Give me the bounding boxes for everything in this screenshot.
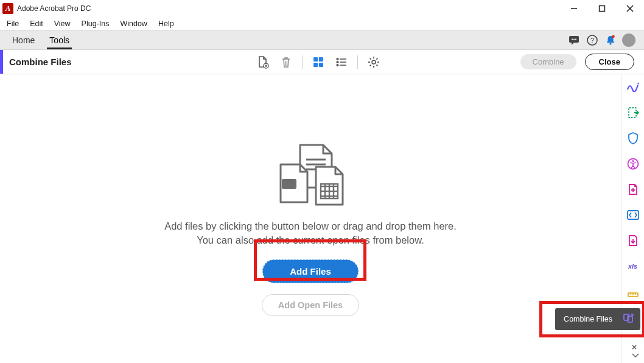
close-tool-button[interactable]: Close (585, 54, 634, 70)
add-file-icon[interactable] (256, 55, 270, 69)
rail-create-pdf-icon[interactable] (626, 183, 640, 196)
menu-window[interactable]: Window (114, 18, 152, 30)
svg-rect-56 (624, 314, 629, 320)
window-minimize-button[interactable] (560, 0, 588, 17)
svg-point-6 (572, 38, 573, 40)
rail-protect-icon[interactable] (626, 132, 640, 145)
app-logo: A (2, 3, 13, 14)
svg-rect-1 (600, 6, 605, 12)
svg-text:?: ? (590, 37, 594, 44)
svg-point-22 (337, 58, 338, 60)
rail-accessibility-icon[interactable] (626, 157, 640, 171)
rail-export-xls-icon[interactable]: xls (626, 259, 640, 273)
empty-message-line1: Add files by clicking the button below o… (0, 220, 621, 232)
svg-line-36 (376, 58, 377, 59)
divider (357, 55, 358, 69)
title-bar: A Adobe Acrobat Pro DC (0, 0, 644, 17)
combine-files-flyout[interactable]: Combine Files (555, 308, 640, 330)
svg-rect-57 (628, 316, 632, 322)
delete-icon[interactable] (279, 55, 293, 69)
thumbnail-view-icon[interactable] (311, 55, 326, 69)
nav-bar: Home Tools ? (0, 30, 644, 50)
svg-rect-40 (282, 179, 296, 189)
close-rail-icon[interactable] (632, 345, 639, 350)
svg-point-24 (337, 61, 338, 63)
svg-line-34 (376, 65, 377, 66)
notifications-icon[interactable] (601, 30, 620, 49)
svg-point-11 (609, 43, 611, 44)
help-icon[interactable]: ? (583, 30, 601, 49)
svg-point-26 (337, 64, 338, 66)
nav-home[interactable]: Home (5, 30, 42, 49)
rail-measure-icon[interactable] (626, 285, 640, 298)
svg-point-12 (612, 35, 615, 38)
avatar[interactable] (622, 33, 635, 47)
settings-icon[interactable] (366, 55, 381, 69)
tool-header: Combine Files (0, 50, 644, 74)
flyout-label: Combine Files (564, 315, 612, 323)
rail-export-pdf-icon[interactable] (626, 106, 640, 119)
menu-help[interactable]: Help (153, 18, 180, 30)
svg-rect-20 (313, 63, 318, 67)
svg-point-7 (573, 38, 575, 40)
add-open-files-button[interactable]: Add Open Files (262, 294, 359, 316)
svg-point-8 (575, 38, 576, 40)
combine-files-icon (623, 312, 634, 326)
window-maximize-button[interactable] (588, 0, 616, 17)
app-title: Adobe Acrobat Pro DC (17, 4, 91, 13)
empty-state: Add files by clicking the button below o… (0, 141, 621, 316)
tool-accent (0, 50, 3, 74)
tool-title: Combine Files (9, 57, 72, 67)
svg-rect-19 (319, 57, 323, 62)
menu-file[interactable]: File (1, 18, 24, 30)
menu-bar: File Edit View Plug-Ins Window Help (0, 17, 644, 30)
menu-plugins[interactable]: Plug-Ins (76, 18, 115, 30)
chat-icon[interactable] (565, 30, 583, 49)
svg-line-33 (370, 58, 371, 59)
rail-scroll-arrows[interactable] (632, 345, 639, 358)
svg-point-50 (632, 160, 634, 162)
svg-rect-18 (313, 57, 318, 62)
nav-tools[interactable]: Tools (42, 30, 77, 49)
svg-marker-5 (572, 42, 575, 45)
combine-button[interactable]: Combine (520, 54, 576, 69)
divider (302, 55, 303, 69)
chevron-down-icon[interactable] (632, 353, 639, 358)
window-close-button[interactable] (616, 0, 644, 17)
rail-edit-pdf-icon[interactable] (626, 80, 640, 94)
svg-rect-21 (319, 63, 323, 67)
add-files-illustration-icon (265, 141, 356, 208)
empty-message-line2: You can also add the current open files … (0, 234, 621, 246)
add-files-button[interactable]: Add Files (262, 259, 359, 283)
menu-view[interactable]: View (49, 18, 76, 30)
work-area: Add files by clicking the button below o… (0, 74, 621, 363)
rail-organize-pages-icon[interactable] (626, 234, 640, 247)
menu-edit[interactable]: Edit (24, 18, 49, 30)
list-view-icon[interactable] (334, 55, 349, 69)
svg-point-28 (372, 60, 376, 64)
rail-rich-media-icon[interactable] (626, 208, 640, 222)
svg-line-35 (370, 65, 371, 66)
